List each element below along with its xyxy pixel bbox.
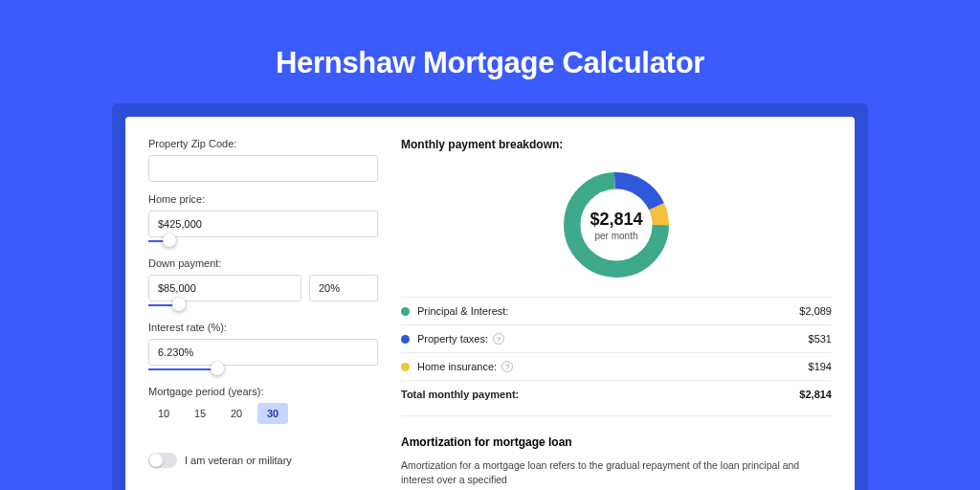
downpayment-slider[interactable]	[148, 301, 301, 310]
row-total: Total monthly payment: $2,814	[401, 380, 832, 408]
downpayment-field: Down payment:	[148, 257, 378, 310]
rate-field: Interest rate (%):	[148, 322, 378, 374]
zip-label: Property Zip Code:	[148, 138, 378, 149]
amortization-title: Amortization for mortgage loan	[401, 435, 832, 449]
pi-label: Principal & Interest:	[417, 305, 508, 317]
amortization-section: Amortization for mortgage loan Amortizat…	[401, 415, 832, 487]
donut-area: $2,814 per month	[401, 161, 832, 297]
downpayment-percent-input[interactable]	[309, 275, 378, 301]
tax-value: $531	[809, 333, 832, 345]
price-field: Home price:	[148, 193, 378, 246]
info-icon[interactable]: ?	[501, 361, 513, 372]
inputs-panel: Property Zip Code: Home price: Down paym…	[148, 138, 378, 490]
rate-slider[interactable]	[148, 365, 378, 374]
pi-value: $2,089	[799, 305, 832, 317]
dot-icon	[401, 363, 410, 371]
row-home-insurance: Home insurance: ? $194	[401, 352, 832, 380]
row-principal-interest: Principal & Interest: $2,089	[401, 297, 832, 324]
veteran-label: I am veteran or military	[185, 455, 292, 466]
toggle-knob	[149, 454, 163, 467]
tax-label: Property taxes:	[417, 333, 488, 345]
period-field: Mortgage period (years): 10152030	[148, 386, 378, 424]
total-value: $2,814	[799, 389, 832, 400]
row-property-taxes: Property taxes: ? $531	[401, 324, 832, 352]
breakdown-header: Monthly payment breakdown:	[401, 138, 832, 151]
calculator-card: Property Zip Code: Home price: Down paym…	[125, 117, 855, 490]
amortization-body: Amortization for a mortgage loan refers …	[401, 458, 832, 487]
downpayment-slider-thumb[interactable]	[172, 298, 186, 311]
dot-icon	[401, 335, 410, 344]
period-option-30[interactable]: 30	[257, 403, 288, 424]
breakdown-panel: Monthly payment breakdown: $2,814 per mo…	[401, 138, 832, 490]
payment-donut-chart: $2,814 per month	[558, 167, 675, 283]
period-option-10[interactable]: 10	[148, 403, 179, 424]
price-slider[interactable]	[148, 236, 378, 246]
period-label: Mortgage period (years):	[148, 386, 378, 397]
donut-amount: $2,814	[590, 210, 642, 230]
downpayment-label: Down payment:	[148, 257, 378, 269]
rate-label: Interest rate (%):	[148, 322, 378, 333]
zip-field: Property Zip Code:	[148, 138, 378, 182]
info-icon[interactable]: ?	[493, 333, 504, 345]
rate-input[interactable]	[148, 339, 378, 366]
downpayment-amount-input[interactable]	[148, 275, 301, 301]
ins-label: Home insurance:	[417, 361, 497, 372]
price-slider-thumb[interactable]	[163, 234, 176, 247]
calculator-card-outer: Property Zip Code: Home price: Down paym…	[112, 103, 868, 490]
period-option-20[interactable]: 20	[221, 403, 252, 424]
price-input[interactable]	[148, 211, 378, 237]
ins-value: $194	[809, 361, 832, 372]
total-label: Total monthly payment:	[401, 389, 519, 400]
dot-icon	[401, 307, 410, 316]
donut-sub: per month	[594, 231, 637, 241]
veteran-row: I am veteran or military	[148, 453, 378, 468]
donut-center: $2,814 per month	[558, 167, 675, 283]
zip-input[interactable]	[148, 155, 378, 182]
page-title: Hernshaw Mortgage Calculator	[0, 46, 980, 80]
rate-slider-thumb[interactable]	[211, 362, 224, 375]
period-options: 10152030	[148, 403, 378, 424]
period-option-15[interactable]: 15	[185, 403, 215, 424]
veteran-toggle[interactable]	[148, 453, 177, 468]
price-label: Home price:	[148, 193, 378, 205]
